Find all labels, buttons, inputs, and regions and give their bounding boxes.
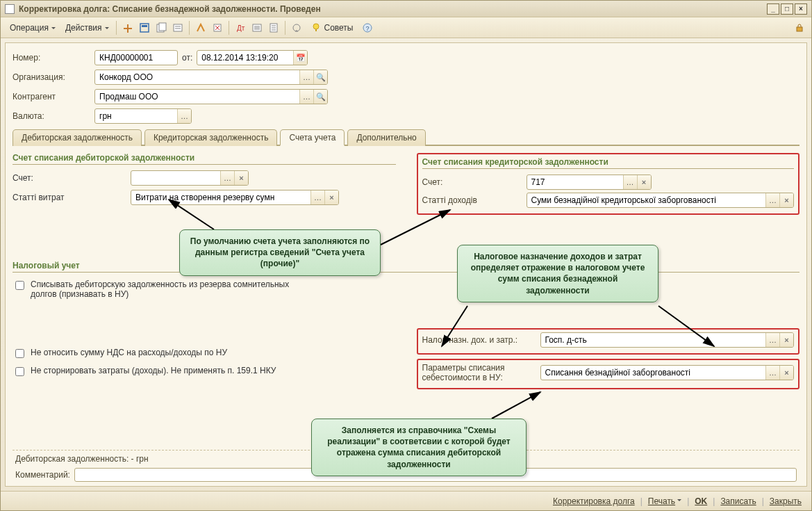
window-title: Корректировка долга: Списание безнадежно… <box>19 4 321 14</box>
from-label: от: <box>182 53 192 63</box>
clear-icon[interactable]: × <box>779 366 793 380</box>
tab-credit[interactable]: Кредиторская задолженность <box>144 129 277 146</box>
footer-print[interactable]: Печать <box>645 496 684 506</box>
left-acc-field[interactable]: … × <box>131 170 249 186</box>
ellipsis-icon[interactable]: … <box>177 109 191 123</box>
calendar-icon[interactable]: 📅 <box>293 51 307 65</box>
currency-input[interactable] <box>95 109 177 123</box>
clear-icon[interactable]: × <box>234 171 248 185</box>
left-stat-input[interactable] <box>131 190 310 204</box>
counter-field[interactable]: … 🔍 <box>94 89 328 104</box>
advice-button[interactable]: Советы <box>306 20 358 35</box>
left-group-title: Счет списания дебиторской задолженности <box>13 153 396 165</box>
ellipsis-icon[interactable]: … <box>765 333 779 347</box>
tb-icon-10[interactable] <box>289 20 304 35</box>
number-field[interactable] <box>94 50 178 65</box>
svg-text:?: ? <box>365 25 369 32</box>
tb-icon-6[interactable] <box>210 20 225 35</box>
svg-text:Дт: Дт <box>237 24 245 32</box>
cb-reserve[interactable] <box>15 281 24 290</box>
clear-icon[interactable]: × <box>779 333 793 347</box>
param-field[interactable]: … × <box>540 365 795 380</box>
svg-rect-3 <box>159 23 166 31</box>
ellipsis-icon[interactable]: … <box>623 175 637 189</box>
cb-nds[interactable] <box>15 349 24 358</box>
clear-icon[interactable]: × <box>324 190 338 204</box>
highlight-box-credit: Счет списания кредиторской задолженности… <box>417 153 800 215</box>
tab-bar: Дебиторская задолженность Кредиторская з… <box>13 129 799 146</box>
right-stat-label: Статті доходів <box>422 195 527 205</box>
currency-field[interactable]: … <box>94 108 192 124</box>
left-acc-label: Счет: <box>13 173 131 183</box>
search-icon[interactable]: 🔍 <box>313 70 327 84</box>
left-stat-field[interactable]: … × <box>131 190 339 205</box>
callout-1: По умолчанию счета учета заполняются по … <box>179 229 381 276</box>
document-icon <box>5 4 15 14</box>
right-column: Счет списания кредиторской задолженности… <box>417 153 800 219</box>
highlight-box-nazn: Налог. назн. дох. и затр.: … × <box>417 328 800 355</box>
footer-close[interactable]: Закрыть <box>767 496 804 506</box>
minimize-button[interactable]: _ <box>767 3 779 15</box>
left-stat-label: Статті витрат <box>13 193 131 202</box>
right-acc-field[interactable]: … × <box>527 175 652 190</box>
footer-debt-correction[interactable]: Корректировка долга <box>550 496 638 506</box>
svg-point-10 <box>313 24 319 29</box>
counter-input[interactable] <box>95 90 299 104</box>
title-bar: Корректировка долга: Списание безнадежно… <box>1 1 811 17</box>
date-input[interactable] <box>197 51 293 65</box>
cb-reserve-label: Списывать дебиторскую задолженность из р… <box>31 279 295 299</box>
search-icon[interactable]: 🔍 <box>313 90 327 104</box>
cb-storno[interactable] <box>15 367 24 376</box>
svg-rect-13 <box>797 27 802 31</box>
maximize-button[interactable]: □ <box>781 3 793 15</box>
currency-label: Валюта: <box>13 111 94 121</box>
highlight-box-param: Параметры списания себестоимости в НУ: …… <box>417 359 800 389</box>
tb-icon-3[interactable] <box>154 20 169 35</box>
operation-dropdown[interactable]: Операция <box>5 21 59 35</box>
right-stat-input[interactable] <box>527 193 766 207</box>
lock-icon[interactable] <box>792 20 807 35</box>
clear-icon[interactable]: × <box>779 193 793 207</box>
ellipsis-icon[interactable]: … <box>310 190 324 204</box>
tb-icon-4[interactable] <box>170 20 185 35</box>
left-column: Счет списания дебиторской задолженности … <box>13 153 396 219</box>
actions-dropdown[interactable]: Действия <box>60 21 113 35</box>
tab-extra[interactable]: Дополнительно <box>347 129 425 146</box>
counter-label: Контрагент <box>13 92 94 102</box>
right-stat-field[interactable]: … × <box>527 193 795 208</box>
tb-icon-5[interactable] <box>193 20 208 35</box>
nazn-field[interactable]: … × <box>540 332 795 348</box>
left-acc-input[interactable] <box>131 171 220 185</box>
number-input[interactable] <box>95 51 177 65</box>
org-input[interactable] <box>95 70 299 84</box>
clear-icon[interactable]: × <box>637 175 651 189</box>
tb-icon-7[interactable]: Дт <box>233 20 248 35</box>
help-button[interactable]: ? <box>360 20 375 35</box>
tb-icon-2[interactable] <box>137 20 152 35</box>
tb-icon-1[interactable] <box>120 20 135 35</box>
right-acc-label: Счет: <box>422 177 527 187</box>
tb-icon-8[interactable] <box>249 20 265 35</box>
cb-storno-label: Не сторнировать затраты (доходы). Не при… <box>31 366 276 375</box>
ellipsis-icon[interactable]: … <box>220 171 234 185</box>
ellipsis-icon[interactable]: … <box>765 193 779 207</box>
param-input[interactable] <box>541 366 766 380</box>
callout-2: Налоговое назначение доходов и затрат оп… <box>457 245 658 302</box>
right-acc-input[interactable] <box>527 175 623 189</box>
footer-ok[interactable]: OK <box>692 496 710 506</box>
footer-save[interactable]: Записать <box>718 496 759 506</box>
ellipsis-icon[interactable]: … <box>765 366 779 380</box>
close-button[interactable]: × <box>795 3 807 15</box>
date-field[interactable]: 📅 <box>197 50 308 65</box>
svg-rect-1 <box>142 25 147 27</box>
tab-accounts[interactable]: Счета учета <box>280 129 345 146</box>
tab-debit[interactable]: Дебиторская задолженность <box>13 129 142 146</box>
toolbar: Операция Действия Дт Советы ? <box>1 17 811 38</box>
ellipsis-icon[interactable]: … <box>299 90 313 104</box>
org-field[interactable]: … 🔍 <box>94 70 328 85</box>
app-window: Корректировка долга: Списание безнадежно… <box>0 0 812 511</box>
ellipsis-icon[interactable]: … <box>299 70 313 84</box>
param-label: Параметры списания себестоимости в НУ: <box>422 363 540 382</box>
nazn-input[interactable] <box>541 333 766 347</box>
tb-icon-9[interactable] <box>266 20 281 35</box>
